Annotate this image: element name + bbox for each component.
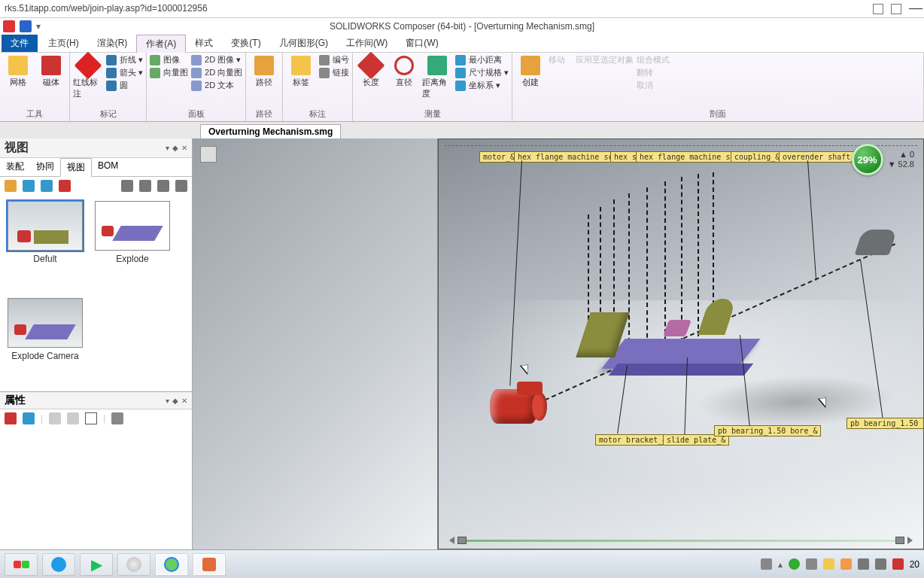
tab-views[interactable]: 视图: [60, 158, 92, 177]
dim-spec-button[interactable]: 尺寸规格 ▾: [455, 67, 509, 78]
task-app-3[interactable]: [117, 553, 150, 576]
tab-collab[interactable]: 协同: [30, 158, 60, 176]
tray-shield-icon[interactable]: [823, 558, 834, 570]
link-button[interactable]: 链接: [319, 67, 349, 78]
magnet-button[interactable]: 磁体: [36, 54, 66, 88]
delete-view-icon[interactable]: [59, 180, 71, 192]
scroll-right-icon[interactable]: [907, 537, 913, 544]
viewport-hscroll[interactable]: [449, 537, 913, 544]
prop-sort-icon[interactable]: [23, 412, 35, 424]
image-button[interactable]: 图像: [150, 54, 188, 65]
scroll-thumb[interactable]: [457, 537, 467, 544]
coord-sys-button[interactable]: 坐标系 ▾: [455, 80, 509, 91]
views-icon-3[interactable]: [41, 180, 53, 192]
redline-button[interactable]: 红线标注: [73, 54, 103, 99]
tray-volume-icon[interactable]: [892, 558, 904, 570]
prop-icon-4[interactable]: [67, 412, 79, 424]
tray-clock[interactable]: 20: [910, 559, 919, 570]
scroll-left-icon[interactable]: [449, 537, 454, 544]
ribbon-group-path: 路径 路径: [246, 53, 283, 121]
new-view-icon[interactable]: [5, 180, 17, 192]
callout-pb2[interactable]: pb bearing_1.50 bo: [846, 418, 924, 429]
panel-pin-icon[interactable]: ◆: [172, 397, 178, 405]
tree-home-icon[interactable]: [200, 146, 217, 163]
3d-viewport[interactable]: motor_& hex flange machine screw_am hex …: [438, 138, 924, 549]
tray-keyboard-icon[interactable]: [761, 558, 772, 570]
views-icon-c[interactable]: [157, 180, 169, 192]
polyline-button[interactable]: 折线 ▾: [106, 54, 143, 65]
menu-file[interactable]: 文件: [2, 35, 38, 52]
start-button[interactable]: [5, 553, 38, 576]
grid-button[interactable]: 网格: [3, 54, 33, 88]
tray-chevron-icon[interactable]: ▴: [778, 559, 783, 570]
prop-icon-3[interactable]: [49, 412, 61, 424]
tray-icon[interactable]: [858, 558, 869, 570]
panel-close-icon[interactable]: ✕: [181, 397, 187, 405]
2d-text-button[interactable]: 2D 文本: [191, 80, 242, 91]
circle-button[interactable]: 圆: [106, 80, 143, 91]
prop-icon-5[interactable]: [85, 412, 97, 424]
views-tabs: 装配 协同 视图 BOM: [0, 158, 192, 177]
tab-assembly[interactable]: 装配: [0, 158, 30, 176]
2d-image-button[interactable]: 2D 图像 ▾: [191, 54, 242, 65]
callout-shaft[interactable]: overender shaft_&: [779, 151, 863, 163]
callout-pb1[interactable]: pb bearing_1.50 bore_&: [714, 425, 821, 437]
dist-angle-button[interactable]: 距离角度: [422, 54, 452, 99]
tray-network-icon[interactable]: [875, 558, 886, 570]
numbering-button[interactable]: 编号: [319, 54, 349, 65]
task-app-1[interactable]: [42, 553, 75, 576]
move-section-button: 移动 应用至选定对象: [549, 54, 634, 65]
arrow-button[interactable]: 箭头 ▾: [106, 67, 143, 78]
2d-vector-button[interactable]: 2D 向量图: [191, 67, 242, 78]
menu-author[interactable]: 作者(A): [136, 35, 186, 53]
document-tab[interactable]: Overturning Mechanism.smg: [200, 124, 341, 138]
panel-menu-icon[interactable]: ▾: [166, 397, 169, 405]
label-button[interactable]: 标签: [286, 54, 316, 88]
menu-render[interactable]: 渲染(R): [88, 35, 137, 52]
panel-close-icon[interactable]: ✕: [181, 144, 187, 152]
menu-transform[interactable]: 变换(T): [222, 35, 269, 52]
restore-icon[interactable]: [891, 4, 901, 14]
menu-geometry[interactable]: 几何图形(G): [270, 35, 337, 52]
views-icon-a[interactable]: [121, 180, 133, 192]
menu-style[interactable]: 样式: [186, 35, 222, 52]
ribbon-group-tools: 网格 磁体 工具: [0, 53, 70, 121]
task-app-2[interactable]: ▶: [80, 553, 113, 576]
path-button[interactable]: 路径: [249, 54, 279, 88]
view-thumb-default[interactable]: Defult: [6, 201, 84, 289]
callout-motor-bracket[interactable]: motor bracket_&: [595, 434, 670, 446]
tree-viewport[interactable]: [193, 138, 438, 549]
minimize-icon[interactable]: —: [909, 4, 919, 14]
views-icon-b[interactable]: [139, 180, 151, 192]
views-thumbnails: Defult Explode Explode Camera: [0, 195, 192, 391]
panel-menu-icon[interactable]: ▾: [166, 144, 169, 152]
menu-workshop[interactable]: 工作间(W): [337, 35, 397, 52]
callout-coupling[interactable]: coupling_&: [731, 151, 783, 163]
update-view-icon[interactable]: [23, 180, 35, 192]
view-thumb-explode-camera[interactable]: Explode Camera: [6, 298, 84, 386]
document-tab-strip: Overturning Mechanism.smg: [0, 122, 924, 138]
tray-icon[interactable]: [789, 558, 800, 570]
menu-home[interactable]: 主页(H): [39, 35, 88, 52]
min-dist-button[interactable]: 最小距离: [455, 54, 509, 65]
menu-window[interactable]: 窗口(W): [397, 35, 447, 52]
slide-plate-edge: [609, 364, 754, 376]
pin-icon[interactable]: [873, 4, 883, 14]
length-button[interactable]: 长度: [356, 54, 386, 88]
create-section-button[interactable]: 创建: [515, 54, 546, 88]
tray-shield2-icon[interactable]: [840, 558, 852, 570]
views-title: 视图: [5, 140, 29, 156]
vector-button[interactable]: 向量图: [150, 67, 188, 78]
view-thumb-explode[interactable]: Explode: [93, 201, 172, 289]
prop-icon-6[interactable]: [111, 412, 123, 424]
callout-motor[interactable]: motor_&: [479, 151, 518, 163]
panel-pin-icon[interactable]: ◆: [172, 144, 178, 152]
views-icon-d[interactable]: [175, 180, 187, 192]
tab-bom[interactable]: BOM: [92, 158, 124, 176]
scroll-thumb[interactable]: [895, 537, 904, 544]
prop-icon-1[interactable]: [5, 412, 17, 424]
diameter-button[interactable]: 直径: [389, 54, 419, 88]
tray-flag-icon[interactable]: [806, 558, 817, 570]
task-recorder[interactable]: [193, 553, 226, 576]
task-browser[interactable]: [155, 553, 188, 576]
